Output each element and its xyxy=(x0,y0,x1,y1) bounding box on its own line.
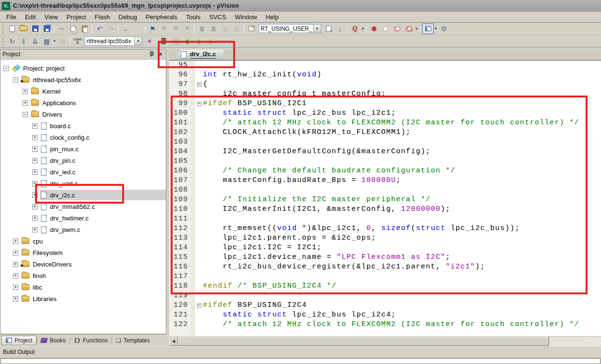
cut-button[interactable]: ✂ xyxy=(56,24,67,34)
tree-expander-icon[interactable]: + xyxy=(32,204,38,209)
menu-tools[interactable]: Tools xyxy=(182,12,205,22)
tree-item-kernel[interactable]: +Kernel xyxy=(0,85,166,97)
disable-all-breakpoints-button[interactable] xyxy=(391,24,403,34)
bottom-tab-books[interactable]: Books xyxy=(37,336,69,345)
toggle-bookmark-button[interactable]: ⚑ xyxy=(147,24,158,34)
batch-build-button[interactable]: ▦ xyxy=(41,36,52,47)
chevron-down-icon[interactable]: ▼ xyxy=(434,24,438,34)
fold-minus-icon[interactable]: − xyxy=(197,102,201,106)
bottom-tab-functions[interactable]: {}Functions xyxy=(70,336,112,345)
tree-expander-icon[interactable]: + xyxy=(32,158,38,163)
tree-expander-icon[interactable]: + xyxy=(32,181,38,186)
tree-item-clock-config-c[interactable]: +clock_config.c xyxy=(0,132,166,143)
tree-expander-icon[interactable]: + xyxy=(13,239,18,244)
menu-file[interactable]: File xyxy=(2,12,21,22)
tree-item-drv-uart-c[interactable]: +drv_uart.c xyxy=(0,178,166,189)
tree-expander-icon[interactable]: + xyxy=(13,262,18,267)
tree-expander-icon[interactable]: + xyxy=(13,250,18,255)
tree-expander-icon[interactable]: + xyxy=(32,227,38,232)
translate-file-button[interactable]: ↻ xyxy=(6,36,18,47)
target-select-combo[interactable]: ▼ xyxy=(85,36,142,46)
clear-bookmarks-button[interactable]: ⚑ xyxy=(181,24,193,34)
editor-hscrollbar[interactable]: ◀ xyxy=(169,336,601,346)
tree-item-drivers[interactable]: −Drivers xyxy=(0,109,166,120)
undo-button[interactable]: ↶ xyxy=(94,24,105,34)
find-text-button[interactable]: Q xyxy=(349,24,361,34)
menu-peripherals[interactable]: Peripherals xyxy=(141,12,182,22)
tree-item-applications[interactable]: +Applications xyxy=(0,97,166,109)
tree-item-drv-pin-c[interactable]: +drv_pin.c xyxy=(0,155,166,166)
scroll-track[interactable] xyxy=(549,337,601,346)
tree-expander-icon[interactable]: − xyxy=(13,77,18,83)
tab-drv-i2c[interactable]: drv_i2c.c xyxy=(175,49,224,60)
menu-edit[interactable]: Edit xyxy=(21,12,40,22)
next-bookmark-button[interactable]: ⚑ xyxy=(170,24,181,34)
tree-expander-icon[interactable]: + xyxy=(32,193,38,198)
tree-expander-icon[interactable]: + xyxy=(23,100,28,106)
tree-expander-icon[interactable]: + xyxy=(32,146,38,152)
chevron-down-icon[interactable]: ▼ xyxy=(313,24,321,33)
chevron-down-icon[interactable]: ▼ xyxy=(134,37,142,45)
tree-item-pin-mux-c[interactable]: +pin_mux.c xyxy=(0,143,166,155)
save-button[interactable] xyxy=(29,24,41,34)
manage-project-items-button[interactable] xyxy=(159,36,170,47)
pin-icon[interactable] xyxy=(148,51,154,58)
save-all-button[interactable] xyxy=(41,24,52,34)
configure-flash-tools-button[interactable] xyxy=(246,24,257,34)
scroll-thumb[interactable] xyxy=(178,337,549,346)
tree-item-drv-i2c-c[interactable]: +drv_i2c.c xyxy=(0,189,166,201)
chevron-down-icon[interactable]: ▼ xyxy=(414,24,419,34)
menu-help[interactable]: Help xyxy=(262,12,283,22)
tree-expander-icon[interactable]: + xyxy=(32,135,38,140)
close-icon[interactable]: × xyxy=(157,51,164,58)
build-button[interactable]: ⇓ xyxy=(18,36,29,47)
fold-minus-icon[interactable]: − xyxy=(197,303,201,308)
tree-item-drv-mma8562-c[interactable]: +drv_mma8562.c xyxy=(0,201,166,212)
tree-item-board-c[interactable]: +board.c xyxy=(0,120,166,132)
redo-button[interactable]: ↷ xyxy=(105,24,117,34)
code-editor[interactable]: 9596int rt_hw_i2c_init(void)97−{98 i2c_m… xyxy=(169,61,601,336)
tree-item-drv-hwtimer-c[interactable]: +drv_hwtimer.c xyxy=(0,212,166,224)
tree-item-drv-pwm-c[interactable]: +drv_pwm.c xyxy=(0,224,166,235)
define-combo[interactable]: ▼ xyxy=(259,24,321,33)
menu-svcs[interactable]: SVCS xyxy=(205,12,230,22)
tree-expander-icon[interactable]: − xyxy=(3,66,9,71)
tree-item-libc[interactable]: +libc xyxy=(0,281,166,293)
tree-item-drv-led-c[interactable]: +drv_led.c xyxy=(0,166,166,178)
comment-selection-button[interactable]: ≣ xyxy=(219,24,231,34)
enable-breakpoint-button[interactable] xyxy=(380,24,391,34)
define-combo-value[interactable] xyxy=(259,25,313,32)
tree-expander-icon[interactable]: + xyxy=(13,273,18,279)
bottom-tab-project[interactable]: Project xyxy=(1,336,37,345)
file-extensions-button[interactable]: ▥ xyxy=(170,36,182,47)
tree-expander-icon[interactable]: + xyxy=(13,296,18,302)
tree-item-devicedrivers[interactable]: +DeviceDrivers xyxy=(0,258,166,270)
chevron-down-icon[interactable]: ▼ xyxy=(361,24,365,34)
unindent-button[interactable]: ≣ xyxy=(196,24,208,34)
fold-minus-icon[interactable]: − xyxy=(197,83,201,87)
scroll-left-arrow-icon[interactable]: ◀ xyxy=(169,337,178,346)
incremental-find-button[interactable]: ↓ xyxy=(334,24,346,34)
select-software-packs-button[interactable]: ◈ xyxy=(193,36,205,47)
chevron-down-icon[interactable]: ▼ xyxy=(52,36,57,47)
menu-view[interactable]: View xyxy=(40,12,62,22)
rebuild-all-button[interactable]: ⇊ xyxy=(29,36,41,47)
open-file-button[interactable] xyxy=(18,24,29,34)
menu-flash[interactable]: Flash xyxy=(90,12,114,22)
tree-item-project-project[interactable]: −Project: project xyxy=(0,62,166,74)
prev-bookmark-button[interactable]: ⚑ xyxy=(158,24,170,34)
tree-expander-icon[interactable]: + xyxy=(32,170,38,175)
bottom-tab-templates[interactable]: ❏Templates xyxy=(112,336,153,345)
copy-button[interactable] xyxy=(67,24,79,34)
menu-project[interactable]: Project xyxy=(62,12,90,22)
tree-item-cpu[interactable]: +cpu xyxy=(0,235,166,247)
tree-item-finsh[interactable]: +finsh xyxy=(0,270,166,281)
navigate-back-button[interactable]: ← xyxy=(120,24,132,34)
download-flash-button[interactable]: LOAD⇊ xyxy=(72,36,83,47)
insert-breakpoint-button[interactable] xyxy=(368,24,380,34)
tree-expander-icon[interactable]: + xyxy=(32,123,38,129)
tree-expander-icon[interactable]: + xyxy=(13,285,18,290)
target-select-combo-value[interactable] xyxy=(85,38,134,45)
paste-button[interactable] xyxy=(79,24,90,34)
tree-expander-icon[interactable]: + xyxy=(23,89,28,94)
